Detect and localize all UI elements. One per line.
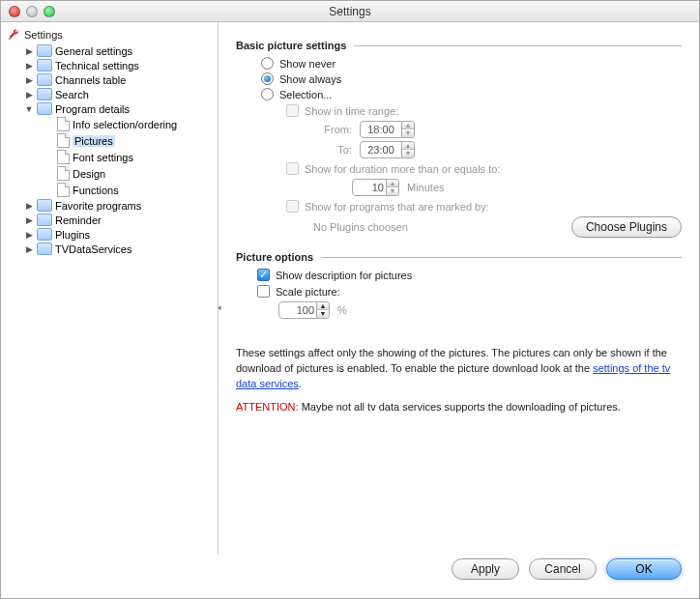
stepper-icon[interactable]: ▲▼ bbox=[402, 121, 415, 138]
ok-button[interactable]: OK bbox=[606, 558, 682, 580]
chevron-right-icon: ▶ bbox=[24, 90, 34, 100]
cancel-button[interactable]: Cancel bbox=[529, 558, 597, 580]
titlebar: Settings bbox=[1, 1, 699, 22]
checkbox-label: Show for duration more than or equals to… bbox=[305, 163, 500, 175]
sidebar-item-label: Search bbox=[55, 89, 89, 100]
page-icon bbox=[57, 133, 70, 148]
section-label: Basic picture settings bbox=[236, 40, 354, 51]
picture-options: Show description for pictures Scale pict… bbox=[236, 269, 682, 319]
selection-subsettings: Show in time range: From: ▲▼ To: ▲▼ bbox=[236, 104, 682, 238]
sidebar-item-label: Technical settings bbox=[55, 60, 139, 71]
folder-icon bbox=[37, 44, 52, 57]
sidebar-item-channels-table[interactable]: ▶ Channels table bbox=[20, 72, 218, 87]
info-note: These settings affect only the showing o… bbox=[236, 346, 682, 392]
choose-plugins-button[interactable]: Choose Plugins bbox=[571, 216, 682, 238]
chevron-right-icon: ▶ bbox=[24, 244, 34, 254]
sidebar-item-functions[interactable]: Functions bbox=[20, 182, 218, 198]
apply-button[interactable]: Apply bbox=[452, 558, 519, 580]
scale-unit: % bbox=[337, 304, 347, 316]
checkbox-duration[interactable]: Show for duration more than or equals to… bbox=[286, 162, 682, 175]
checkbox-label: Show in time range: bbox=[305, 105, 398, 117]
page-icon bbox=[57, 117, 70, 131]
collapse-handle-icon[interactable]: ◂ bbox=[219, 302, 221, 312]
chevron-down-icon: ▼ bbox=[24, 104, 34, 114]
divider bbox=[354, 45, 682, 46]
sidebar-item-info-selection[interactable]: Info selection/ordering bbox=[20, 116, 218, 132]
sidebar: Settings ▶ General settings ▶ Technical … bbox=[1, 22, 219, 554]
folder-icon bbox=[37, 59, 52, 71]
section-basic-heading: Basic picture settings bbox=[236, 40, 682, 51]
sidebar-item-label: Info selection/ordering bbox=[73, 119, 177, 130]
checkbox-icon bbox=[286, 162, 299, 175]
to-time-input[interactable] bbox=[360, 141, 402, 158]
folder-icon bbox=[37, 228, 52, 241]
checkbox-icon bbox=[257, 269, 270, 281]
sidebar-item-label: TVDataServices bbox=[55, 243, 131, 255]
radio-show-always[interactable]: Show always bbox=[261, 72, 682, 85]
folder-icon bbox=[37, 102, 52, 115]
radio-label: Selection... bbox=[279, 89, 332, 100]
radio-label: Show never bbox=[279, 58, 335, 70]
sidebar-item-label: Functions bbox=[73, 185, 119, 196]
basic-radio-group: Show never Show always Selection... bbox=[236, 57, 682, 100]
sidebar-item-design[interactable]: Design bbox=[20, 165, 218, 182]
stepper-icon[interactable]: ▲▼ bbox=[317, 301, 330, 319]
chevron-right-icon: ▶ bbox=[24, 75, 34, 85]
duration-row: ▲▼ Minutes bbox=[352, 179, 682, 196]
checkbox-icon bbox=[286, 104, 299, 117]
checkbox-scale-picture[interactable]: Scale picture: bbox=[257, 285, 682, 298]
folder-icon bbox=[37, 73, 52, 86]
sidebar-item-plugins[interactable]: ▶ Plugins bbox=[20, 227, 218, 242]
section-options-heading: Picture options bbox=[236, 251, 682, 263]
sidebar-item-label: Favorite programs bbox=[55, 200, 141, 212]
duration-unit: Minutes bbox=[407, 182, 445, 193]
page-icon bbox=[57, 183, 70, 197]
checkbox-label: Show for programs that are marked by: bbox=[305, 201, 489, 213]
checkbox-time-range[interactable]: Show in time range: bbox=[286, 104, 682, 117]
to-time-spinner[interactable]: ▲▼ bbox=[360, 141, 415, 158]
radio-show-never[interactable]: Show never bbox=[261, 57, 682, 70]
sidebar-item-font-settings[interactable]: Font settings bbox=[20, 149, 218, 165]
divider bbox=[321, 257, 682, 258]
chevron-right-icon: ▶ bbox=[24, 61, 34, 71]
sidebar-item-label: Plugins bbox=[55, 229, 90, 241]
sidebar-item-label: Design bbox=[73, 168, 105, 180]
radio-icon bbox=[261, 57, 274, 70]
duration-input[interactable] bbox=[352, 179, 387, 196]
sidebar-item-reminder[interactable]: ▶ Reminder bbox=[20, 213, 218, 227]
chevron-right-icon: ▶ bbox=[24, 230, 34, 240]
attention-text: Maybe not all tv data services supports … bbox=[299, 401, 621, 413]
sidebar-tree: ▶ General settings ▶ Technical settings … bbox=[1, 43, 218, 256]
from-time-input[interactable] bbox=[360, 121, 402, 138]
chevron-right-icon: ▶ bbox=[24, 201, 34, 211]
chevron-right-icon: ▶ bbox=[24, 215, 34, 225]
scale-spinner[interactable]: ▲▼ bbox=[278, 301, 330, 319]
sidebar-root: Settings bbox=[1, 26, 218, 43]
checkbox-label: Show description for pictures bbox=[276, 270, 412, 281]
sidebar-item-search[interactable]: ▶ Search bbox=[20, 87, 218, 101]
stepper-icon[interactable]: ▲▼ bbox=[387, 179, 399, 196]
radio-selection[interactable]: Selection... bbox=[261, 88, 682, 100]
stepper-icon[interactable]: ▲▼ bbox=[402, 141, 415, 158]
sidebar-item-technical-settings[interactable]: ▶ Technical settings bbox=[20, 58, 218, 72]
sidebar-item-tvdataservices[interactable]: ▶ TVDataServices bbox=[20, 242, 218, 256]
checkbox-marked-by[interactable]: Show for programs that are marked by: bbox=[286, 200, 682, 213]
window-body: Settings ▶ General settings ▶ Technical … bbox=[1, 22, 699, 554]
plugin-row: No Plugins choosen Choose Plugins bbox=[313, 216, 682, 238]
checkbox-icon bbox=[286, 200, 299, 213]
duration-spinner[interactable]: ▲▼ bbox=[352, 179, 399, 196]
sidebar-item-program-details[interactable]: ▼ Program details bbox=[20, 101, 218, 116]
sidebar-item-pictures[interactable]: Pictures bbox=[20, 132, 218, 149]
folder-icon bbox=[37, 242, 52, 255]
sidebar-item-favorite-programs[interactable]: ▶ Favorite programs bbox=[20, 198, 218, 213]
checkbox-show-description[interactable]: Show description for pictures bbox=[257, 269, 682, 281]
sidebar-item-label: General settings bbox=[55, 45, 132, 57]
radio-icon bbox=[261, 88, 274, 100]
sidebar-item-general-settings[interactable]: ▶ General settings bbox=[20, 43, 218, 58]
from-time-spinner[interactable]: ▲▼ bbox=[360, 121, 415, 138]
attention-label: ATTENTION: bbox=[236, 401, 299, 413]
to-label: To: bbox=[313, 144, 352, 156]
settings-window: Settings Settings ▶ General settings ▶ bbox=[0, 0, 700, 599]
scale-input[interactable] bbox=[278, 301, 317, 319]
sidebar-item-label: Pictures bbox=[73, 135, 115, 147]
